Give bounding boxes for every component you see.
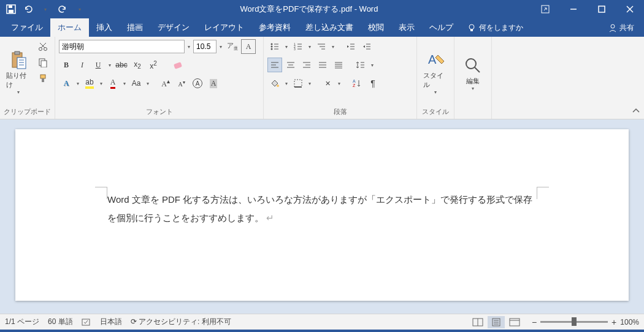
tab-layout[interactable]: レイアウト xyxy=(197,18,251,37)
document-text[interactable]: Word 文章を PDF 化する方法は、いろいろな方法がありますが「エクスポート… xyxy=(107,191,537,227)
asian-layout-button[interactable]: ✕ xyxy=(320,76,335,91)
paste-button[interactable]: 貼り付け ▾ xyxy=(4,39,33,106)
page-count[interactable]: 1/1 ページ xyxy=(5,317,39,327)
copy-button[interactable] xyxy=(36,55,50,70)
numbering-button[interactable]: 123 xyxy=(291,39,305,54)
document-page[interactable]: Word 文章を PDF 化する方法は、いろいろな方法がありますが「エクスポート… xyxy=(15,129,629,301)
format-painter-button[interactable] xyxy=(36,71,50,86)
align-right-button[interactable] xyxy=(299,58,314,72)
align-center-button[interactable] xyxy=(283,58,298,72)
font-color-dropdown[interactable]: ▾ xyxy=(121,81,128,86)
sort-button[interactable]: AZ xyxy=(350,76,364,91)
share-button[interactable]: 共有 xyxy=(602,19,640,37)
document-area[interactable]: Word 文章を PDF 化する方法は、いろいろな方法がありますが「エクスポート… xyxy=(0,119,644,314)
text-effects-button[interactable]: A xyxy=(59,76,74,91)
asian-layout-dropdown[interactable]: ▾ xyxy=(336,81,342,86)
language-status[interactable]: 日本語 xyxy=(100,317,122,327)
tab-insert[interactable]: 挿入 xyxy=(89,18,120,37)
font-name-dropdown[interactable]: ▾ xyxy=(186,44,192,50)
word-count[interactable]: 60 単語 xyxy=(48,317,73,327)
character-border-button[interactable]: A xyxy=(241,39,256,54)
distributed-button[interactable] xyxy=(331,58,346,72)
tab-draw[interactable]: 描画 xyxy=(120,18,150,37)
svg-point-18 xyxy=(44,48,47,51)
ribbon-display-icon[interactable] xyxy=(531,0,559,18)
tab-help[interactable]: ヘルプ xyxy=(422,18,461,37)
close-button[interactable] xyxy=(616,0,644,18)
indent-icon xyxy=(362,42,372,51)
styles-button[interactable]: A スタイル ▾ xyxy=(421,39,450,106)
justify-button[interactable] xyxy=(315,58,330,72)
zoom-out-button[interactable]: − xyxy=(532,317,537,327)
multilevel-list-button[interactable] xyxy=(314,39,329,54)
font-name-combo[interactable] xyxy=(59,40,185,53)
maximize-button[interactable] xyxy=(588,0,616,18)
editing-button[interactable]: 編集 ▾ xyxy=(458,39,488,108)
save-icon[interactable] xyxy=(4,2,18,17)
editing-dropdown[interactable]: ▾ xyxy=(470,86,476,91)
qat-customize-dropdown[interactable]: ▾ xyxy=(72,2,87,17)
change-case-button[interactable]: Aa xyxy=(129,76,144,91)
bold-button[interactable]: B xyxy=(59,58,74,72)
italic-button[interactable]: I xyxy=(75,58,90,72)
strikethrough-button[interactable]: abc xyxy=(114,58,129,72)
bullets-button[interactable] xyxy=(267,39,282,54)
borders-dropdown[interactable]: ▾ xyxy=(307,81,313,86)
align-left-button[interactable] xyxy=(267,58,282,72)
tab-mailings[interactable]: 差し込み文書 xyxy=(298,18,361,37)
redo-icon[interactable] xyxy=(55,2,70,17)
paste-dropdown[interactable]: ▾ xyxy=(15,89,21,95)
numbering-dropdown[interactable]: ▾ xyxy=(307,44,313,50)
shading-button[interactable] xyxy=(267,76,282,91)
font-size-combo[interactable] xyxy=(193,40,217,53)
undo-dropdown[interactable]: ▾ xyxy=(38,2,53,17)
superscript-button[interactable]: x2 xyxy=(146,58,161,72)
tab-review[interactable]: 校閲 xyxy=(361,18,391,37)
tab-references[interactable]: 参考資料 xyxy=(251,18,298,37)
zoom-slider[interactable] xyxy=(540,321,608,323)
show-marks-button[interactable]: ¶ xyxy=(366,76,380,91)
tab-file[interactable]: ファイル xyxy=(4,18,50,37)
change-case-dropdown[interactable]: ▾ xyxy=(145,81,151,86)
highlight-button[interactable]: ab xyxy=(82,76,97,91)
read-mode-button[interactable] xyxy=(469,316,486,328)
proofing-icon[interactable] xyxy=(82,318,91,326)
cut-button[interactable] xyxy=(36,39,50,54)
phonetic-guide-button[interactable]: ア亜 xyxy=(225,39,240,54)
highlight-dropdown[interactable]: ▾ xyxy=(98,81,104,86)
subscript-button[interactable]: x2 xyxy=(130,58,145,72)
character-shading-button[interactable]: A xyxy=(206,76,221,91)
shading-dropdown[interactable]: ▾ xyxy=(283,81,289,86)
styles-dropdown[interactable]: ▾ xyxy=(432,89,439,95)
web-layout-button[interactable] xyxy=(506,316,523,328)
zoom-level[interactable]: 100% xyxy=(620,318,639,326)
underline-dropdown[interactable]: ▾ xyxy=(107,62,113,68)
clear-formatting-button[interactable] xyxy=(171,58,185,72)
accessibility-status[interactable]: ⟳ アクセシビリティ: 利用不可 xyxy=(131,317,231,327)
increase-indent-button[interactable] xyxy=(359,39,374,54)
line-spacing-button[interactable] xyxy=(353,58,368,72)
decrease-indent-button[interactable] xyxy=(343,39,358,54)
print-layout-button[interactable] xyxy=(488,316,505,328)
bullets-dropdown[interactable]: ▾ xyxy=(283,44,289,50)
tab-design[interactable]: デザイン xyxy=(150,18,197,37)
font-color-button[interactable]: A xyxy=(105,76,120,91)
editing-label: 編集 xyxy=(466,77,480,86)
minimize-button[interactable] xyxy=(559,0,588,18)
multilevel-dropdown[interactable]: ▾ xyxy=(330,44,336,50)
underline-button[interactable]: U xyxy=(91,58,105,72)
grow-font-button[interactable]: A▴ xyxy=(158,76,173,91)
tell-me-search[interactable]: 何をしますか xyxy=(461,19,529,37)
line-spacing-dropdown[interactable]: ▾ xyxy=(369,62,375,68)
borders-button[interactable] xyxy=(291,76,305,91)
font-size-dropdown[interactable]: ▾ xyxy=(218,44,224,50)
enclose-characters-button[interactable]: A xyxy=(190,76,205,91)
tab-view[interactable]: 表示 xyxy=(391,18,422,37)
collapse-ribbon-button[interactable] xyxy=(632,107,640,115)
text-effects-dropdown[interactable]: ▾ xyxy=(75,81,81,86)
undo-icon[interactable] xyxy=(21,2,36,17)
tab-home[interactable]: ホーム xyxy=(50,18,89,37)
shrink-font-button[interactable]: A▾ xyxy=(174,76,189,91)
web-layout-icon xyxy=(509,318,520,326)
zoom-in-button[interactable]: + xyxy=(611,317,616,327)
